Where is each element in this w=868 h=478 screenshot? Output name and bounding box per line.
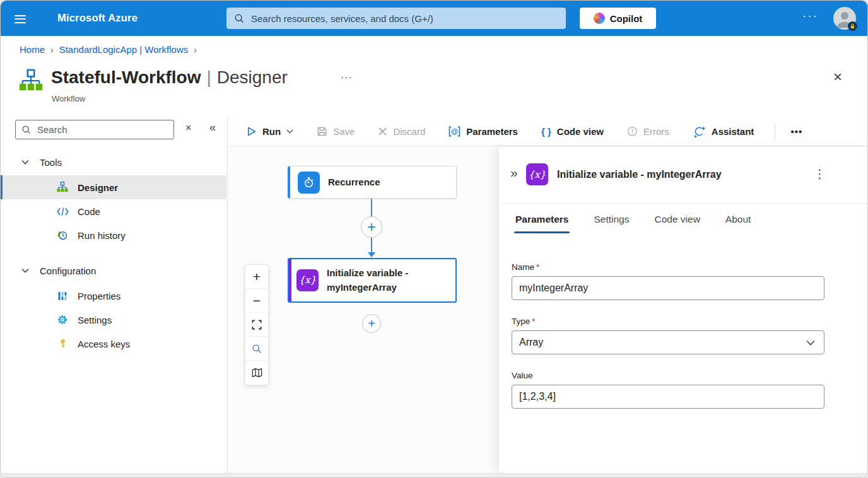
connector-line [371,238,372,253]
breadcrumb: Home›StandardLogicApp | Workflows› [20,44,202,55]
trigger-node-recurrence[interactable]: Recurrence [288,166,457,199]
topbar-more-icon[interactable]: ··· [799,8,822,23]
properties-icon [56,291,69,301]
name-field-group: Name* [512,262,824,300]
chevron-down-icon [806,340,815,346]
type-label: Type* [512,317,824,326]
zoom-in-button[interactable]: + [245,265,268,289]
global-search[interactable] [226,8,566,29]
sidebar-item-designer[interactable]: Designer [1,175,226,199]
sidebar-item-access-keys[interactable]: Access keys [1,332,226,356]
tab-parameters[interactable]: Parameters [514,204,570,233]
designer-canvas[interactable]: Recurrence + {x} Initialize variable - m… [228,147,867,473]
tab-code-view[interactable]: Code view [653,204,701,233]
title-more-icon[interactable]: ··· [337,71,356,84]
connector-line [371,199,372,217]
sidebar-item-code[interactable]: Code [1,199,226,223]
global-search-input[interactable] [250,13,558,25]
sidebar-item-run-history[interactable]: Run history [1,223,226,247]
workflow-icon [56,182,69,193]
code-view-button[interactable]: { } Code view [537,125,607,137]
key-icon [56,338,69,349]
discard-button[interactable]: Discard [374,125,429,137]
type-field-group: Type* Array [512,317,824,354]
item-label: Properties [78,291,120,301]
panel-header: » {x} Initialize variable - myIntegerArr… [499,147,867,204]
errors-button[interactable]: Errors [623,125,673,137]
save-button[interactable]: Save [313,125,358,137]
variable-glyph: {x} [529,169,546,180]
collapse-panel-icon[interactable]: » [507,165,522,181]
hamburger-menu-icon[interactable] [13,11,28,25]
tab-about[interactable]: About [724,204,753,233]
add-action-button[interactable]: + [362,314,381,333]
sidebar-search[interactable] [15,120,174,139]
item-label: Code [78,206,100,217]
toolbar-more-icon[interactable]: ••• [787,125,806,137]
zoom-out-button[interactable]: − [245,289,268,313]
canvas-zoom-toolbar: + − [245,264,269,385]
assistant-button[interactable]: Assistant [689,125,758,138]
type-select[interactable]: Array [512,330,824,354]
clear-search-icon[interactable]: × [182,122,195,134]
chevron-down-icon [286,129,293,134]
collapse-sidebar-icon[interactable]: « [206,120,220,135]
save-icon [317,126,327,137]
item-label: Access keys [78,339,130,349]
fit-view-button[interactable] [245,313,268,337]
copilot-icon [594,13,605,24]
item-label: Run history [78,230,126,241]
azure-brand: Microsoft Azure [57,12,138,24]
breadcrumb-home-link[interactable]: Home [20,44,45,55]
item-label: Designer [78,182,118,193]
sidebar-tree: Tools Designer Code Run history [1,149,226,356]
account-avatar[interactable] [833,7,856,30]
top-nav-bar: Microsoft Azure Copilot ··· [1,1,867,36]
tab-settings[interactable]: Settings [592,204,630,233]
page-title-separator: | [206,67,211,87]
name-label: Name* [512,262,824,272]
at-brackets-icon: @ [449,126,460,137]
breadcrumb-separator: › [50,45,54,55]
copilot-button[interactable]: Copilot [580,8,656,29]
sidebar-section-configuration[interactable]: Configuration [1,257,226,284]
recurrence-clock-icon [298,172,320,194]
search-icon [21,125,31,134]
action-node-initialize-variable[interactable]: {x} Initialize variable - myIntegerArray [288,258,457,303]
page-title-name: Stateful-Workflow [51,67,201,87]
svg-text:@: @ [451,127,459,136]
sidebar: × « Tools Designer Code [1,117,228,473]
breadcrumb-app-link[interactable]: StandardLogicApp | Workflows [59,44,189,55]
sidebar-search-input[interactable] [36,124,168,136]
variable-glyph: {x} [299,274,317,286]
sidebar-item-settings[interactable]: Settings [1,308,226,332]
value-field[interactable] [512,385,824,409]
close-icon[interactable]: × [830,69,846,85]
value-label: Value [512,371,824,380]
panel-menu-icon[interactable]: ⋮ [810,166,830,182]
page-title: Stateful-Workflow|Designer [51,67,288,88]
page-title-view: Designer [217,67,288,87]
parameters-button[interactable]: @ Parameters [445,125,522,137]
search-icon [234,13,244,23]
section-gap [1,247,226,257]
panel-tabs: Parameters Settings Code view About [514,204,752,233]
map-icon [252,368,262,378]
minimap-button[interactable] [245,361,268,385]
run-button[interactable]: Run [242,125,297,137]
play-icon [246,126,257,137]
canvas-search-button[interactable] [245,337,268,361]
assistant-sparkle-icon [693,125,706,137]
error-circle-icon [627,126,638,137]
code-view-label: Code view [557,126,604,137]
insert-step-button[interactable]: + [361,216,382,238]
sidebar-item-properties[interactable]: Properties [1,284,226,308]
history-icon [56,230,69,241]
sidebar-section-tools[interactable]: Tools [1,149,226,175]
action-details-panel: » {x} Initialize variable - myIntegerArr… [499,147,867,473]
name-field[interactable] [512,276,824,300]
assistant-label: Assistant [712,126,754,137]
code-icon [56,207,69,216]
chevron-down-icon [21,160,29,165]
toolbar-separator [775,124,775,139]
